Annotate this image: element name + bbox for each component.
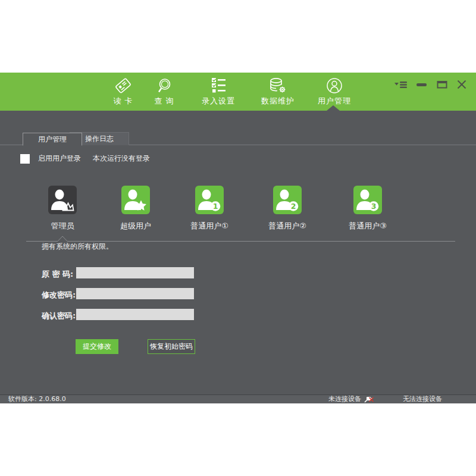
software-version-text: 软件版本: 2.0.68.0 bbox=[8, 395, 66, 403]
user-management-icon bbox=[311, 77, 358, 95]
data-maintenance-icon bbox=[254, 77, 302, 95]
connection-status-text: 无法连接设备 bbox=[403, 395, 442, 403]
user-tile-label: 普通用户③ bbox=[343, 221, 393, 231]
admin-user-icon bbox=[48, 186, 77, 214]
svg-text:3: 3 bbox=[371, 202, 377, 211]
svg-text:1: 1 bbox=[213, 202, 218, 211]
enable-login-label: 启用用户登录 bbox=[38, 154, 81, 164]
super-user-icon bbox=[121, 186, 150, 214]
submit-changes-button[interactable]: 提交修改 bbox=[76, 339, 118, 354]
search-icon bbox=[140, 77, 188, 95]
tab-user-management[interactable]: 用户管理 bbox=[23, 133, 82, 146]
confirm-password-input[interactable] bbox=[76, 309, 194, 320]
nav-item-entry-settings[interactable]: 录入设置 bbox=[195, 77, 242, 107]
user-tile-super[interactable]: 超级用户 bbox=[111, 186, 161, 231]
entry-settings-icon bbox=[195, 77, 242, 95]
active-nav-indicator bbox=[327, 105, 340, 111]
nav-label: 查 询 bbox=[140, 96, 188, 107]
confirm-password-label: 确认密码: bbox=[42, 311, 76, 321]
normal-user-1-icon: 1 bbox=[195, 186, 224, 214]
new-password-input[interactable] bbox=[76, 288, 194, 299]
form-row-new-password: 修改密码: bbox=[0, 288, 476, 300]
normal-user-3-icon: 3 bbox=[353, 186, 382, 214]
enable-login-checkbox[interactable] bbox=[20, 154, 30, 164]
tab-strip: 用户管理 操作日志 bbox=[0, 131, 476, 145]
nav-label: 录入设置 bbox=[195, 96, 242, 107]
titlebar: 读 卡 查 询 bbox=[0, 73, 476, 111]
card-reader-icon bbox=[99, 77, 147, 95]
svg-text:2: 2 bbox=[291, 202, 296, 211]
close-icon[interactable] bbox=[457, 80, 466, 89]
form-row-confirm-password: 确认密码: bbox=[0, 309, 476, 321]
permission-description: 拥有系统的所有权限。 bbox=[42, 242, 113, 252]
app-window: 读 卡 查 询 bbox=[0, 73, 476, 403]
restore-default-password-button[interactable]: 恢复初始密码 bbox=[148, 339, 195, 354]
user-tile-label: 管理员 bbox=[37, 221, 87, 231]
user-tile-label: 普通用户② bbox=[262, 221, 312, 231]
login-status-text: 本次运行没有登录 bbox=[93, 154, 150, 164]
old-password-label: 原 密 码: bbox=[42, 269, 73, 280]
nav-item-read-card[interactable]: 读 卡 bbox=[99, 77, 147, 107]
new-password-label: 修改密码: bbox=[42, 290, 76, 300]
minimize-icon[interactable] bbox=[416, 81, 427, 89]
window-controls bbox=[394, 80, 466, 89]
normal-user-2-icon: 2 bbox=[273, 186, 302, 214]
user-tile-normal-3[interactable]: 3 普通用户③ bbox=[343, 186, 393, 231]
device-status-text: 未连接设备 bbox=[328, 395, 361, 403]
user-tile-label: 超级用户 bbox=[111, 221, 161, 231]
nav-item-query[interactable]: 查 询 bbox=[140, 77, 188, 107]
maximize-icon[interactable] bbox=[437, 80, 447, 89]
user-tile-normal-2[interactable]: 2 普通用户② bbox=[262, 186, 312, 231]
user-tile-admin[interactable]: 管理员 bbox=[37, 186, 87, 231]
device-disconnected-icon bbox=[364, 395, 374, 405]
window-menu-icon[interactable] bbox=[394, 81, 407, 89]
nav-label: 数据维护 bbox=[254, 96, 302, 107]
status-bar: 软件版本: 2.0.68.0 未连接设备 无法连接设备 bbox=[0, 394, 476, 403]
nav-item-data-maintenance[interactable]: 数据维护 bbox=[254, 77, 302, 107]
user-tile-normal-1[interactable]: 1 普通用户① bbox=[184, 186, 234, 231]
content-area: 用户管理 操作日志 启用用户登录 本次运行没有登录 管理员 bbox=[0, 111, 476, 394]
nav-item-user-management[interactable]: 用户管理 bbox=[311, 77, 358, 107]
login-row: 启用用户登录 本次运行没有登录 bbox=[20, 154, 150, 164]
user-tile-label: 普通用户① bbox=[184, 221, 234, 231]
form-row-old-password: 原 密 码: bbox=[0, 267, 476, 279]
desktop-background: 读 卡 查 询 bbox=[0, 0, 476, 476]
nav-label: 读 卡 bbox=[99, 96, 147, 107]
old-password-input[interactable] bbox=[76, 267, 194, 278]
